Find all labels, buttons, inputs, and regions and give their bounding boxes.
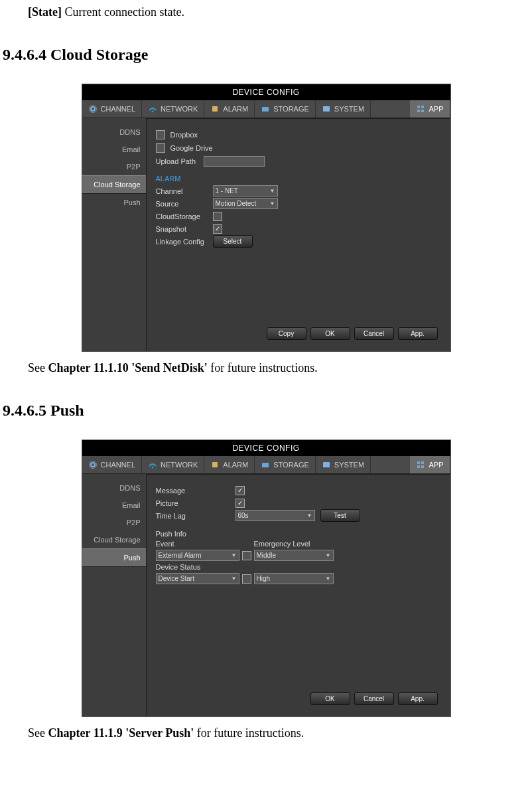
svg-point-2 [152, 111, 154, 113]
ok-button[interactable]: OK [310, 327, 350, 340]
tab-storage[interactable]: STORAGE [255, 456, 316, 473]
tab-system[interactable]: SYSTEM [316, 456, 371, 473]
caption-push: See Chapter 11.1.9 'Server Push' for fut… [28, 726, 532, 740]
tab-system[interactable]: SYSTEM [316, 100, 371, 118]
sidebar: DDNS Email P2P Cloud Storage Push [82, 474, 146, 716]
tab-app[interactable]: APP [410, 456, 450, 473]
tab-storage[interactable]: STORAGE [255, 100, 316, 118]
panel-title: DEVICE CONFIG [82, 84, 450, 100]
input-upload-path[interactable] [204, 156, 265, 167]
gear-icon [88, 460, 98, 469]
svg-point-12 [152, 467, 154, 469]
select-button[interactable]: Select [213, 235, 253, 248]
state-text: Current connection state. [62, 5, 184, 19]
svg-rect-9 [421, 110, 424, 112]
section-title-cloud: 9.4.6.4 Cloud Storage [3, 46, 532, 64]
sidebar-item-push[interactable]: Push [82, 548, 146, 567]
chevron-down-icon: ▼ [232, 576, 237, 582]
svg-rect-19 [421, 465, 424, 468]
sidebar: DDNS Email P2P Cloud Storage Push [82, 118, 146, 351]
ok-button[interactable]: OK [310, 692, 350, 705]
section-title-push: 9.4.6.5 Push [3, 402, 532, 420]
svg-rect-15 [323, 462, 330, 467]
cancel-button[interactable]: Cancel [354, 692, 394, 705]
sidebar-item-cloud[interactable]: Cloud Storage [82, 175, 146, 194]
sidebar-item-email[interactable]: Email [82, 141, 146, 158]
checkbox-cloudstorage[interactable] [213, 212, 222, 221]
checkbox-event[interactable] [242, 551, 251, 560]
label-dropbox: Dropbox [170, 131, 198, 139]
gear-icon [88, 104, 98, 114]
checkbox-picture[interactable] [235, 499, 245, 508]
tab-network[interactable]: NETWORK [142, 456, 204, 473]
checkbox-devstatus[interactable] [242, 574, 251, 584]
device-config-panel-cloud: DEVICE CONFIG CHANNEL NETWORK ALARM STOR… [82, 84, 451, 352]
content-area: Dropbox Google Drive Upload Path ALARM C… [146, 118, 450, 351]
tab-strip: CHANNEL NETWORK ALARM STORAGE SYSTEM APP [82, 100, 450, 118]
select-event-level[interactable]: Middle▼ [254, 550, 334, 561]
label-linkage: Linkage Config [156, 238, 213, 246]
sidebar-item-cloud[interactable]: Cloud Storage [82, 531, 146, 548]
chevron-down-icon: ▼ [270, 188, 275, 194]
sidebar-item-ddns[interactable]: DDNS [82, 479, 146, 497]
select-event[interactable]: External Alarm▼ [156, 550, 239, 561]
checkbox-google[interactable] [156, 143, 165, 153]
label-emergency: Emergency Level [254, 540, 334, 548]
label-snapshot: Snapshot [156, 225, 213, 233]
push-info-label: Push Info [156, 530, 442, 538]
alarm-section-header: ALARM [156, 175, 442, 183]
checkbox-message[interactable] [235, 486, 245, 495]
label-devstatus: Device Status [156, 563, 334, 571]
caption-cloud: See Chapter 11.1.10 'Send NetDisk' for f… [28, 361, 532, 375]
svg-rect-6 [417, 106, 420, 108]
system-icon [322, 104, 331, 114]
checkbox-dropbox[interactable] [156, 130, 165, 139]
svg-rect-8 [417, 110, 420, 112]
tab-channel[interactable]: CHANNEL [82, 456, 143, 473]
chevron-down-icon: ▼ [326, 576, 331, 582]
tab-alarm[interactable]: ALARM [204, 456, 255, 473]
select-timelag[interactable]: 60s▼ [235, 510, 315, 521]
system-icon [322, 460, 331, 469]
select-channel[interactable]: 1 - NET▼ [213, 185, 278, 197]
sidebar-item-push[interactable]: Push [82, 194, 146, 211]
test-button[interactable]: Test [320, 509, 360, 522]
select-devstatus[interactable]: Device Start▼ [156, 573, 239, 584]
label-upload-path: Upload Path [156, 157, 204, 165]
device-config-panel-push: DEVICE CONFIG CHANNEL NETWORK ALARM STOR… [82, 440, 451, 717]
app-button[interactable]: App. [398, 327, 438, 340]
label-picture: Picture [156, 499, 235, 507]
svg-rect-16 [417, 461, 420, 464]
copy-button[interactable]: Copy [267, 327, 306, 340]
tab-app[interactable]: APP [410, 100, 450, 118]
label-google: Google Drive [170, 144, 213, 152]
chevron-down-icon: ▼ [307, 513, 312, 519]
svg-rect-13 [212, 462, 218, 467]
select-devstatus-level[interactable]: High▼ [254, 573, 334, 584]
tab-channel[interactable]: CHANNEL [82, 100, 143, 118]
tab-network[interactable]: NETWORK [142, 100, 204, 118]
checkbox-snapshot[interactable] [213, 224, 222, 234]
state-label: [State] [28, 5, 62, 19]
sidebar-item-ddns[interactable]: DDNS [82, 123, 146, 141]
app-button[interactable]: App. [398, 692, 438, 705]
svg-rect-3 [212, 106, 218, 112]
app-icon [416, 460, 425, 469]
alarm-icon [210, 460, 220, 469]
alarm-icon [210, 104, 220, 114]
sidebar-item-p2p[interactable]: P2P [82, 158, 146, 175]
tab-alarm[interactable]: ALARM [204, 100, 255, 118]
cancel-button[interactable]: Cancel [354, 327, 394, 340]
storage-icon [261, 460, 270, 469]
select-source[interactable]: Motion Detect▼ [213, 198, 278, 209]
wifi-icon [148, 460, 157, 469]
svg-rect-4 [262, 107, 269, 112]
label-source: Source [156, 200, 213, 208]
panel-title: DEVICE CONFIG [82, 440, 450, 456]
sidebar-item-p2p[interactable]: P2P [82, 514, 146, 531]
sidebar-item-email[interactable]: Email [82, 497, 146, 514]
content-area: Message Picture Time Lag60s▼Test Push In… [146, 474, 450, 716]
svg-rect-14 [262, 463, 269, 467]
label-event: Event [156, 540, 239, 548]
label-timelag: Time Lag [156, 512, 235, 520]
